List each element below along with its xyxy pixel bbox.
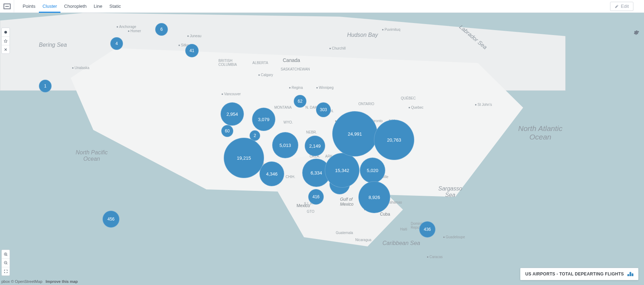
tab-static[interactable]: Static <box>106 0 125 13</box>
tab-line[interactable]: Line <box>90 0 106 13</box>
zoom-in-icon <box>4 252 8 257</box>
fullscreen-icon <box>4 269 8 274</box>
cluster-marker[interactable]: 8,926 <box>358 181 390 213</box>
map-label: North Pacific Ocean <box>76 149 108 162</box>
tab-choropleth[interactable]: Choropleth <box>60 0 90 13</box>
improve-map-link[interactable]: Improve this map <box>46 279 78 284</box>
pencil-icon <box>615 4 619 8</box>
cluster-marker[interactable]: 60 <box>221 125 233 137</box>
toolbar-toggle-button[interactable] <box>0 0 14 13</box>
cluster-marker[interactable]: 2,149 <box>305 136 325 156</box>
clear-tool[interactable] <box>2 45 10 53</box>
attribution-mapbox[interactable]: pbox <box>1 279 10 284</box>
cluster-marker[interactable]: 2,954 <box>221 102 244 126</box>
cluster-marker[interactable]: 41 <box>185 44 199 57</box>
svg-point-0 <box>4 31 7 34</box>
tab-points[interactable]: Points <box>19 0 39 13</box>
cluster-marker[interactable]: 5,013 <box>272 132 298 158</box>
gear-icon <box>633 29 639 36</box>
star-icon <box>4 39 8 43</box>
cluster-marker[interactable]: 19,215 <box>224 138 264 178</box>
zoom-in-button[interactable] <box>2 250 10 258</box>
fullscreen-button[interactable] <box>2 267 10 275</box>
cluster-marker[interactable]: 4,346 <box>259 161 284 186</box>
map-label: Haiti <box>400 227 407 231</box>
cluster-marker[interactable]: 20,763 <box>374 120 414 160</box>
cluster-marker[interactable]: 24,991 <box>332 111 377 156</box>
circle-tool[interactable] <box>2 28 10 36</box>
map-attribution: pbox © OpenStreetMap Improve this map <box>1 279 78 284</box>
tab-cluster[interactable]: Cluster <box>39 0 60 13</box>
settings-button[interactable] <box>632 28 640 37</box>
map-label: Caribbean Sea <box>382 240 420 246</box>
edit-label: Edit <box>621 4 629 9</box>
cluster-marker[interactable]: 456 <box>103 211 119 228</box>
top-toolbar: PointsClusterChoroplethLineStatic Edit <box>0 0 644 13</box>
zoom-out-button[interactable] <box>2 258 10 267</box>
cluster-marker[interactable]: 416 <box>308 189 324 205</box>
cluster-marker[interactable]: 3,079 <box>252 108 275 131</box>
cluster-marker[interactable]: 4 <box>110 37 123 50</box>
close-icon <box>4 47 8 52</box>
cluster-marker[interactable]: 15,342 <box>325 153 359 188</box>
map-label: Guadeloupe <box>443 235 465 239</box>
circle-icon <box>4 30 8 34</box>
map-canvas[interactable]: Bering Sea North Pacific Ocean Hudson Ba… <box>0 13 644 285</box>
cluster-marker[interactable]: 5,020 <box>360 158 385 183</box>
cluster-marker[interactable]: 62 <box>294 95 306 108</box>
attribution-copyright: © <box>11 279 14 284</box>
cluster-marker[interactable]: 1 <box>39 80 52 92</box>
map-label: North Atlantic Ocean <box>518 124 562 141</box>
legend-swatch-icon <box>627 272 633 276</box>
cluster-marker[interactable]: 436 <box>419 221 435 238</box>
zoom-controls <box>1 250 10 276</box>
view-tabs: PointsClusterChoroplethLineStatic <box>14 0 124 13</box>
attribution-osm[interactable]: OpenStreetMap <box>15 279 42 284</box>
cluster-marker[interactable]: 6 <box>155 23 168 36</box>
zoom-out-icon <box>4 261 8 265</box>
legend-title: US AIRPORTS - TOTAL DEPEARTING FLIGHTS <box>525 272 624 277</box>
edit-button[interactable]: Edit <box>610 2 633 11</box>
map-label: Caracas <box>427 255 443 259</box>
legend: US AIRPORTS - TOTAL DEPEARTING FLIGHTS <box>520 268 638 280</box>
cluster-marker[interactable]: 303 <box>316 102 331 117</box>
panel-icon <box>4 4 11 9</box>
polygon-tool[interactable] <box>2 36 10 45</box>
draw-tool-palette <box>1 28 10 54</box>
